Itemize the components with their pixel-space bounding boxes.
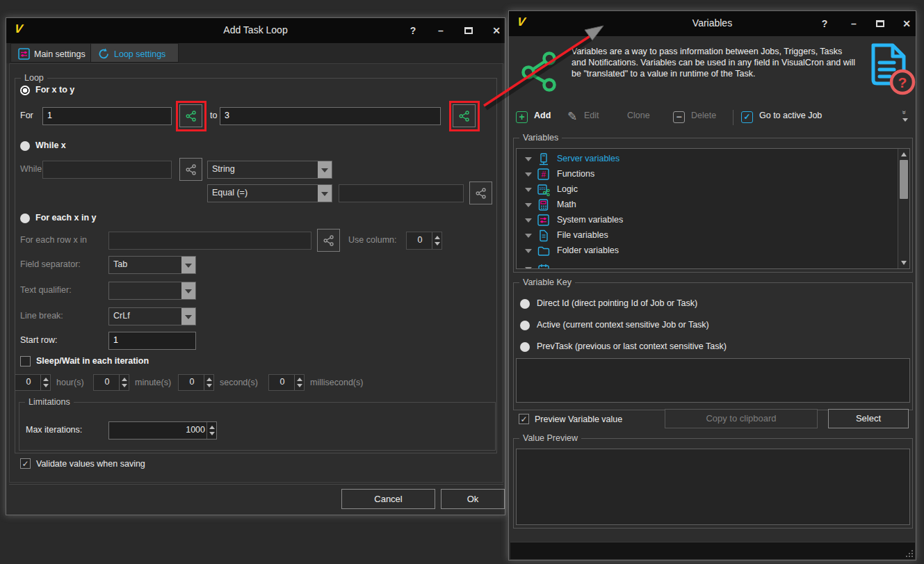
preview-variable-checkbox[interactable]: ✓	[519, 414, 529, 424]
close-button[interactable]: ✕	[487, 22, 505, 40]
spinner-arrows[interactable]	[432, 232, 441, 249]
sleep-hours-spinner[interactable]: 0	[15, 374, 51, 391]
validate-checkbox[interactable]: ✓	[20, 458, 31, 469]
limitations-group-label: Limitations	[25, 397, 74, 407]
for-each-variable-button[interactable]	[317, 229, 340, 252]
annotation-highlight-box-2	[449, 101, 480, 131]
toolbar-overflow-icon[interactable]: »	[900, 111, 908, 115]
expander-icon[interactable]	[525, 249, 532, 253]
expander-icon[interactable]	[525, 188, 532, 192]
titlebar[interactable]: V Variables ? – ✕	[509, 11, 916, 36]
expander-icon[interactable]	[525, 203, 532, 207]
hours-unit-label: hour(s)	[56, 378, 84, 387]
tree-item-system-variables[interactable]: System variables	[517, 213, 897, 228]
start-row-input[interactable]: 1	[108, 332, 196, 350]
prevtask-radio[interactable]	[520, 342, 530, 352]
sleep-seconds-spinner[interactable]: 0	[178, 374, 214, 391]
variables-tree[interactable]: Server variables # Functions 101 Logic M…	[516, 148, 910, 269]
close-button[interactable]: ✕	[898, 15, 916, 33]
chevron-down-icon[interactable]	[318, 161, 332, 178]
tree-item-server-variables[interactable]: Server variables	[517, 152, 897, 167]
copy-to-clipboard-button[interactable]: Copy to clipboard	[665, 409, 818, 428]
max-iterations-spinner[interactable]: 1000	[108, 421, 217, 440]
sleep-minutes-spinner[interactable]: 0	[93, 374, 129, 391]
tree-item-math[interactable]: Math	[517, 198, 897, 213]
text-qualifier-dropdown[interactable]	[108, 282, 196, 300]
select-button[interactable]: Select	[828, 409, 909, 428]
seconds-unit-label: second(s)	[220, 378, 258, 387]
spinner-arrows[interactable]	[204, 375, 213, 390]
tree-scrollbar[interactable]	[898, 149, 909, 268]
while-input[interactable]	[42, 161, 172, 179]
minimize-button[interactable]: –	[845, 15, 863, 33]
chevron-down-icon[interactable]	[181, 282, 195, 299]
variables-group-label: Variables	[519, 133, 562, 143]
expander-icon[interactable]	[525, 172, 532, 177]
add-button[interactable]: Add	[534, 111, 551, 120]
sleep-milliseconds-spinner[interactable]: 0	[268, 374, 305, 391]
chevron-down-icon[interactable]	[181, 308, 195, 325]
expander-icon[interactable]	[525, 234, 532, 238]
go-to-active-job-button[interactable]: Go to active Job	[759, 111, 822, 120]
variable-key-textarea[interactable]	[516, 358, 910, 403]
active-radio[interactable]	[520, 321, 530, 330]
tree-item-file-variables[interactable]: File variables	[517, 228, 897, 243]
while-variable-button[interactable]	[179, 158, 202, 181]
sliders-icon	[18, 48, 30, 60]
maximize-button[interactable]	[460, 22, 478, 40]
edit-button[interactable]: Edit	[584, 111, 599, 120]
cancel-button[interactable]: Cancel	[341, 489, 435, 509]
ok-button[interactable]: Ok	[441, 489, 505, 509]
help-button[interactable]: ?	[404, 22, 422, 40]
for-x-to-y-radio[interactable]	[20, 86, 30, 95]
resize-grip[interactable]	[905, 549, 913, 557]
tree-item-folder-variables[interactable]: Folder variables	[517, 243, 897, 259]
for-to-input[interactable]: 3	[220, 107, 441, 125]
titlebar[interactable]: V Add Task Loop ? – ✕	[6, 18, 505, 43]
variable-icon	[323, 235, 334, 246]
for-each-radio[interactable]	[20, 213, 30, 223]
expander-icon[interactable]	[525, 157, 532, 161]
chevron-down-icon[interactable]	[181, 257, 195, 273]
tab-main-settings[interactable]: Main settings	[10, 43, 95, 63]
while-type-dropdown[interactable]: String	[207, 161, 332, 179]
sleep-minutes-value: 0	[97, 377, 117, 387]
while-compare-input[interactable]	[339, 184, 464, 202]
while-comparison-dropdown[interactable]: Equal (=)	[207, 184, 332, 202]
toolbar: + Add ✎ Edit Clone − Delete ✓ Go to acti…	[509, 108, 916, 131]
toolbar-overflow-arrow-icon[interactable]	[902, 118, 908, 122]
scrollbar-thumb[interactable]	[900, 160, 908, 199]
spinner-arrows[interactable]	[294, 375, 304, 390]
tree-item-label: Math	[557, 200, 576, 209]
scroll-down-icon[interactable]	[901, 261, 907, 265]
scroll-up-icon[interactable]	[901, 152, 907, 156]
help-button[interactable]: ?	[816, 15, 834, 33]
maximize-button[interactable]	[871, 15, 889, 33]
divider	[9, 484, 503, 485]
clone-button[interactable]: Clone	[627, 111, 650, 120]
line-break-dropdown[interactable]: CrLf	[108, 307, 196, 325]
delete-button[interactable]: Delete	[691, 111, 716, 120]
use-column-spinner[interactable]: 0	[406, 232, 442, 250]
active-label: Active (current context sensitive Job or…	[537, 320, 709, 330]
sleep-wait-checkbox[interactable]	[20, 356, 31, 366]
expander-icon[interactable]	[525, 267, 532, 269]
while-x-radio[interactable]	[20, 141, 30, 151]
toolbar-separator	[733, 110, 733, 125]
tab-loop-settings[interactable]: Loop settings	[90, 43, 179, 63]
tree-item-logic[interactable]: 101 Logic	[517, 182, 897, 198]
tree-item-functions[interactable]: # Functions	[517, 167, 897, 182]
for-from-input[interactable]: 1	[42, 107, 172, 125]
minimize-button[interactable]: –	[432, 22, 450, 40]
chevron-down-icon[interactable]	[318, 185, 332, 202]
field-separator-dropdown[interactable]: Tab	[108, 256, 196, 274]
for-each-row-input[interactable]	[108, 232, 311, 250]
spinner-arrows[interactable]	[206, 422, 216, 439]
direct-id-radio[interactable]	[520, 299, 530, 309]
expander-icon[interactable]	[525, 218, 532, 223]
spinner-arrows[interactable]	[119, 375, 129, 390]
tree-item-clipped[interactable]	[517, 261, 897, 269]
while-compare-variable-button[interactable]	[469, 182, 492, 204]
calculator-icon	[537, 199, 550, 211]
spinner-arrows[interactable]	[40, 375, 50, 390]
